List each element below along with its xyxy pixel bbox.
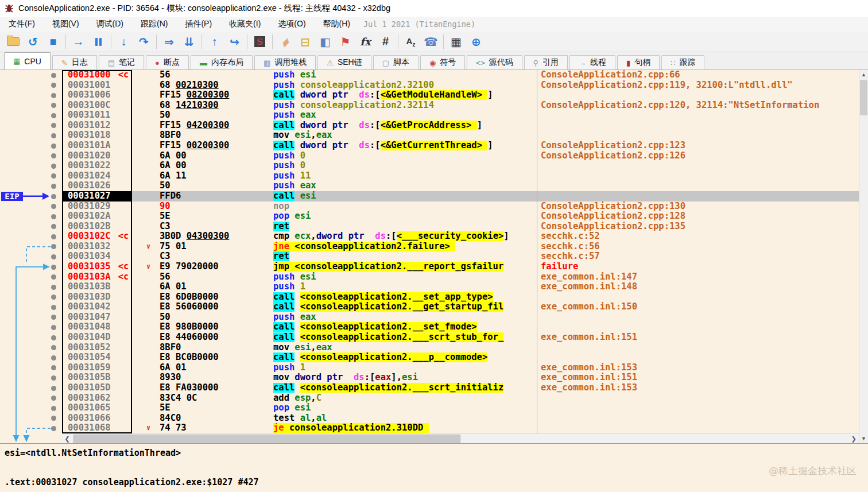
address-cell[interactable]: 00031027 (62, 191, 132, 202)
horizontal-scrollbar-thumb[interactable] (73, 435, 460, 443)
disassembly-row[interactable]: 00031048E8 980B0000call <consoleapplicat… (0, 322, 859, 332)
disassembly-row[interactable]: 000310655Epop esi (0, 403, 859, 413)
tab-断点[interactable]: ●断点 (146, 55, 189, 69)
breakpoint-dot-icon[interactable] (51, 295, 56, 300)
scroll-right-icon[interactable]: ❯ (849, 434, 858, 443)
restart-icon[interactable]: ↺ (23, 33, 43, 51)
disassembly-row[interactable]: 0003103DE8 6D0B0000call <consoleapplicat… (0, 292, 859, 303)
breakpoint-dot-icon[interactable] (51, 254, 56, 259)
address-cell[interactable]: 00031000<c (62, 70, 132, 80)
tab-脚本[interactable]: ▢脚本 (373, 55, 418, 69)
bookmark-icon[interactable]: ⚑ (335, 33, 355, 51)
menu-item-H[interactable]: 帮助(H) (315, 17, 359, 31)
breakpoint-dot-icon[interactable] (51, 265, 56, 270)
highlight-icon[interactable]: Az (401, 33, 421, 51)
breakpoint-dot-icon[interactable] (51, 234, 56, 239)
breakpoint-dot-icon[interactable] (51, 315, 56, 320)
disassembly-row[interactable]: 000310528BF0mov esi,eax (0, 343, 859, 353)
label-icon[interactable]: ◧ (315, 33, 335, 51)
pause-icon[interactable] (88, 33, 108, 51)
scylla-icon[interactable]: S (250, 33, 270, 51)
menu-item-O[interactable]: 选项(O) (269, 17, 314, 31)
breakpoint-dot-icon[interactable] (51, 355, 56, 361)
execute-till-return-icon[interactable]: ↑ (204, 33, 224, 51)
tab-跟踪[interactable]: ∷跟踪 (661, 55, 704, 69)
disassembly-row[interactable]: 0003106684C0test al,al (0, 413, 859, 424)
address-cell[interactable]: 0003105D (62, 383, 132, 393)
address-cell[interactable]: 00031012 (62, 121, 132, 131)
breakpoint-dot-icon[interactable] (51, 285, 56, 290)
address-cell[interactable]: 00031048 (62, 322, 132, 332)
menu-item-P[interactable]: 插件(P) (176, 17, 220, 31)
address-cell[interactable]: 0003102B (62, 222, 132, 232)
disassembly-row[interactable]: 0003100168 00210300push consoleapplicati… (0, 80, 859, 91)
disassembly-row[interactable]: 0003102BC3retConsoleApplication2.cpp:135 (0, 222, 859, 232)
address-cell[interactable]: 00031026 (62, 181, 132, 191)
breakpoint-dot-icon[interactable] (51, 325, 56, 330)
scroll-down-icon[interactable]: ▼ (859, 434, 868, 443)
address-cell[interactable]: 00031024 (62, 171, 132, 181)
tab-引用[interactable]: ⚲引用 (524, 55, 568, 69)
breakpoint-dot-icon[interactable] (51, 274, 56, 280)
breakpoint-dot-icon[interactable] (51, 406, 56, 411)
disassembly-row[interactable]: 00031000<c56push esiConsoleApplication2.… (0, 70, 859, 80)
address-cell[interactable]: 00031062 (62, 393, 132, 404)
address-cell[interactable]: 00031034 (62, 251, 132, 262)
breakpoint-dot-icon[interactable] (51, 173, 56, 179)
breakpoint-dot-icon[interactable] (51, 244, 56, 249)
disassembly-row[interactable]: 0003100C68 14210300push consoleapplicati… (0, 100, 859, 111)
tab-句柄[interactable]: ▮句柄 (617, 55, 660, 69)
run-to-user-code-icon[interactable]: ↪ (224, 33, 245, 51)
disassembly-row[interactable]: 0003104DE8 44060000call <consoleapplicat… (0, 332, 859, 343)
address-cell[interactable]: 00031052 (62, 343, 132, 353)
address-cell[interactable]: 00031059 (62, 363, 132, 373)
open-file-icon[interactable] (3, 33, 23, 51)
address-cell[interactable]: 00031042 (62, 302, 132, 312)
tab-日志[interactable]: ✎日志 (52, 55, 97, 69)
breakpoint-dot-icon[interactable] (51, 73, 56, 78)
breakpoint-dot-icon[interactable] (51, 305, 56, 310)
tab-SEH链[interactable]: ⚠SEH链 (317, 55, 371, 69)
breakpoint-dot-icon[interactable] (51, 214, 56, 219)
address-cell[interactable]: 00031001 (62, 80, 132, 91)
tab-笔记[interactable]: ▤笔记 (99, 55, 144, 69)
disassembly-row[interactable]: 0003102A5Epop esiConsoleApplication2.cpp… (0, 211, 859, 222)
disassembly-row[interactable]: 0003101150push eax (0, 110, 859, 121)
disassembly-row[interactable]: 000310596A 01push 1exe_common.inl:153 (0, 363, 859, 373)
address-cell[interactable]: 0003103B (62, 282, 132, 292)
breakpoint-dot-icon[interactable] (51, 416, 56, 421)
address-cell[interactable]: 00031029 (62, 202, 132, 212)
menu-item-N[interactable]: 跟踪(N) (132, 17, 176, 31)
disassembly-row[interactable]: 0003102650push eax (0, 181, 859, 191)
disassembly-row[interactable]: 000310226A 00push 0 (0, 161, 859, 171)
address-cell[interactable]: 00031066 (62, 413, 132, 424)
breakpoint-dot-icon[interactable] (51, 133, 56, 138)
disassembly-row[interactable]: 00031027FFD6call esi (0, 191, 859, 202)
disassembly-row[interactable]: 0003103B6A 01push 1exe_common.inl:148 (0, 282, 859, 292)
phone-icon[interactable]: ☎ (421, 33, 441, 51)
breakpoint-dot-icon[interactable] (51, 426, 56, 431)
disassembly-row[interactable]: 0003104750push eax (0, 312, 859, 323)
disassembly-row[interactable]: 000310188BF0mov esi,eax (0, 130, 859, 141)
address-cell[interactable]: 00031032 (62, 242, 132, 252)
disassembly-row[interactable]: 0003105B8930mov dword ptr ds:[eax],esiex… (0, 373, 859, 383)
function-icon[interactable]: fx (355, 33, 375, 51)
breakpoint-dot-icon[interactable] (51, 396, 56, 401)
disassembly-row[interactable]: 00031032∨75 01jne <consoleapplication2.f… (0, 242, 859, 252)
address-cell[interactable]: 0003104D (62, 332, 132, 343)
breakpoint-dot-icon[interactable] (51, 83, 56, 88)
menu-item-V[interactable]: 视图(V) (44, 17, 88, 31)
address-cell[interactable]: 0003102C<c (62, 231, 132, 242)
breakpoint-dot-icon[interactable] (51, 123, 56, 128)
address-cell[interactable]: 00031022 (62, 161, 132, 171)
menu-item-D[interactable]: 调试(D) (88, 17, 132, 31)
breakpoint-dot-icon[interactable] (51, 93, 56, 98)
globe-icon[interactable]: ⊕ (466, 33, 486, 51)
address-cell[interactable]: 0003105B (62, 373, 132, 383)
breakpoint-dot-icon[interactable] (51, 224, 56, 229)
disassembly-row[interactable]: 0003105DE8 FA030000call <consoleapplicat… (0, 383, 859, 393)
address-cell[interactable]: 0003102A (62, 211, 132, 222)
scroll-up-icon[interactable]: ▲ (859, 70, 868, 79)
disassembly-row[interactable]: 0003102C<c3B0D 04300300cmp ecx,dword ptr… (0, 231, 859, 242)
address-cell[interactable]: 0003101A (62, 141, 132, 151)
